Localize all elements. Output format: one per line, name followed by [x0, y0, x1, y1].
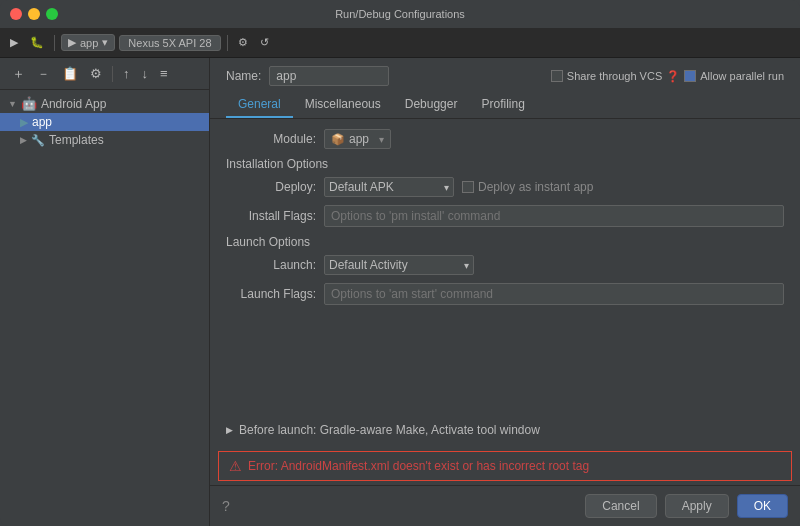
sidebar-item-app[interactable]: ▶ app [0, 113, 209, 131]
error-message: Error: AndroidManifest.xml doesn't exist… [248, 459, 589, 473]
before-launch-row[interactable]: ▶ Before launch: Gradle-aware Make, Acti… [226, 419, 784, 441]
error-icon: ⚠ [229, 458, 242, 474]
deploy-instant-label: Deploy as instant app [478, 180, 593, 194]
tab-miscellaneous[interactable]: Miscellaneous [293, 92, 393, 118]
sort-icon[interactable]: ≡ [156, 64, 172, 83]
sync-icon[interactable]: ↺ [256, 34, 273, 51]
device-badge[interactable]: Nexus 5X API 28 [119, 35, 220, 51]
install-flags-label: Install Flags: [226, 209, 316, 223]
install-flags-row: Install Flags: [226, 205, 784, 227]
module-row: Module: 📦 app ▾ [226, 129, 784, 149]
app-run-icon: ▶ [20, 116, 28, 129]
content-area: Name: Share through VCS ❓ Allow parallel… [210, 58, 800, 526]
apply-button[interactable]: Apply [665, 494, 729, 518]
share-vcs-label: Share through VCS [567, 70, 662, 82]
sidebar-sep [112, 66, 113, 82]
window-title: Run/Debug Configurations [335, 8, 465, 20]
main-area: ＋ － 📋 ⚙ ↑ ↓ ≡ ▼ 🤖 Android App ▶ app [0, 58, 800, 526]
launch-label: Launch: [226, 258, 316, 272]
move-down-icon[interactable]: ↓ [138, 64, 153, 83]
allow-parallel-label: Allow parallel run [700, 70, 784, 82]
deploy-instant-row: Deploy as instant app [462, 180, 593, 194]
name-label: Name: [226, 69, 261, 83]
cancel-button[interactable]: Cancel [585, 494, 656, 518]
run-icon[interactable]: ▶ [6, 34, 22, 51]
tab-debugger[interactable]: Debugger [393, 92, 470, 118]
close-button[interactable] [10, 8, 22, 20]
deploy-row: Deploy: Default APK ▾ Deploy as instant … [226, 177, 784, 197]
templates-label: Templates [49, 133, 104, 147]
help-icon[interactable]: ? [222, 498, 230, 514]
build-icon[interactable]: ⚙ [234, 34, 252, 51]
move-up-icon[interactable]: ↑ [119, 64, 134, 83]
launch-value: Default Activity [329, 258, 408, 272]
share-vcs-checkbox[interactable] [551, 70, 563, 82]
app-config-arrow: ▾ [102, 36, 108, 49]
deploy-label: Deploy: [226, 180, 316, 194]
android-app-label: Android App [41, 97, 106, 111]
allow-parallel-checkbox[interactable] [684, 70, 696, 82]
module-icon: 📦 [331, 133, 345, 146]
copy-icon[interactable]: 📋 [58, 64, 82, 83]
before-launch-section: ▶ Before launch: Gradle-aware Make, Acti… [210, 413, 800, 447]
install-options-title: Installation Options [226, 157, 784, 171]
error-bar: ⚠ Error: AndroidManifest.xml doesn't exi… [218, 451, 792, 481]
launch-select[interactable]: Default Activity ▾ [324, 255, 474, 275]
launch-row: Launch: Default Activity ▾ [226, 255, 784, 275]
launch-flags-label: Launch Flags: [226, 287, 316, 301]
before-launch-arrow: ▶ [226, 425, 233, 435]
window-controls [10, 8, 58, 20]
tab-general[interactable]: General [226, 92, 293, 118]
before-launch-label: Before launch: Gradle-aware Make, Activa… [239, 423, 540, 437]
launch-arrow: ▾ [464, 260, 469, 271]
app-config-label: app [80, 37, 98, 49]
form-area: Module: 📦 app ▾ Installation Options Dep… [210, 119, 800, 413]
ide-toolbar: ▶ 🐛 ▶ app ▾ Nexus 5X API 28 ⚙ ↺ [0, 28, 800, 58]
run-debug-configurations-window: Run/Debug Configurations ▶ 🐛 ▶ app ▾ Nex… [0, 0, 800, 526]
footer-buttons: ? Cancel Apply OK [210, 485, 800, 526]
launch-flags-input[interactable] [324, 283, 784, 305]
install-flags-input[interactable] [324, 205, 784, 227]
expand-arrow-android: ▼ [8, 99, 17, 109]
minimize-button[interactable] [28, 8, 40, 20]
app-label: app [32, 115, 52, 129]
name-row: Name: Share through VCS ❓ Allow parallel… [210, 58, 800, 92]
sidebar: ▼ 🤖 Android App ▶ app ▶ 🔧 Templates [0, 90, 210, 153]
expand-arrow-templates: ▶ [20, 135, 27, 145]
share-vcs-help: ❓ [666, 70, 680, 83]
module-label: Module: [226, 132, 316, 146]
launch-options-title: Launch Options [226, 235, 784, 249]
deploy-select[interactable]: Default APK ▾ [324, 177, 454, 197]
sidebar-item-templates[interactable]: ▶ 🔧 Templates [0, 131, 209, 149]
remove-icon[interactable]: － [33, 63, 54, 85]
maximize-button[interactable] [46, 8, 58, 20]
toolbar-sep-1 [54, 35, 55, 51]
deploy-arrow: ▾ [444, 182, 449, 193]
toolbar-sep-2 [227, 35, 228, 51]
add-icon[interactable]: ＋ [8, 63, 29, 85]
device-label: Nexus 5X API 28 [128, 37, 211, 49]
deploy-value: Default APK [329, 180, 394, 194]
share-vcs-row: Share through VCS ❓ Allow parallel run [551, 70, 784, 83]
deploy-instant-checkbox[interactable] [462, 181, 474, 193]
tabs-bar: General Miscellaneous Debugger Profiling [210, 92, 800, 119]
titlebar: Run/Debug Configurations [0, 0, 800, 28]
app-config-badge[interactable]: ▶ app ▾ [61, 34, 115, 51]
module-dropdown-arrow: ▾ [379, 134, 384, 145]
sidebar-toolbar: ＋ － 📋 ⚙ ↑ ↓ ≡ [0, 58, 209, 90]
ok-button[interactable]: OK [737, 494, 788, 518]
app-config-icon: ▶ [68, 36, 76, 49]
sidebar-item-android-app[interactable]: ▼ 🤖 Android App [0, 94, 209, 113]
settings-icon[interactable]: ⚙ [86, 64, 106, 83]
templates-icon: 🔧 [31, 134, 45, 147]
launch-flags-row: Launch Flags: [226, 283, 784, 305]
android-icon: 🤖 [21, 96, 37, 111]
tab-profiling[interactable]: Profiling [469, 92, 536, 118]
module-value: app [349, 132, 369, 146]
name-input[interactable] [269, 66, 389, 86]
module-select[interactable]: 📦 app ▾ [324, 129, 391, 149]
debug-icon[interactable]: 🐛 [26, 34, 48, 51]
